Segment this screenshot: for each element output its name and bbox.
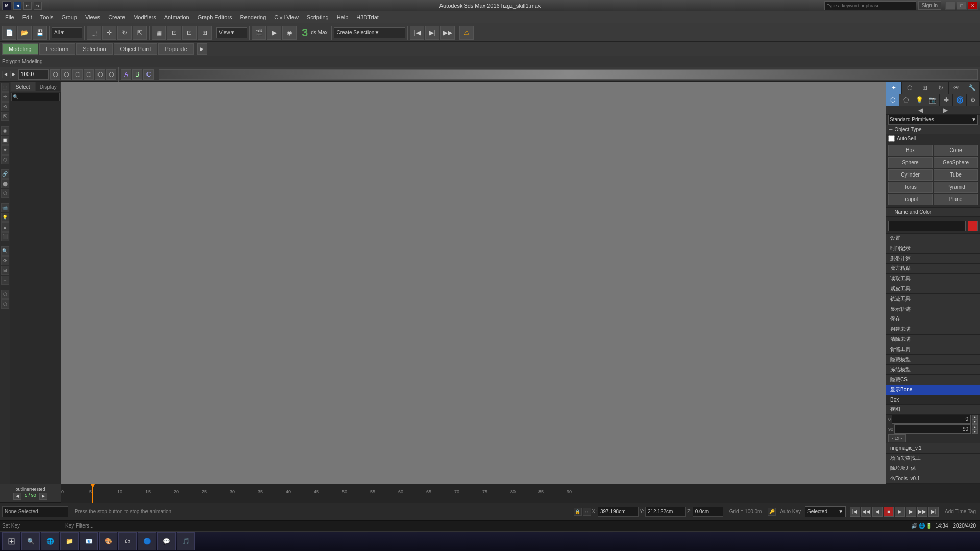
menu-file[interactable]: File xyxy=(1,13,18,21)
tool-item-hide-cs[interactable]: 隐藏CS xyxy=(886,375,980,385)
quick-access-btn[interactable]: ◀ xyxy=(13,2,21,10)
paint-btn1[interactable]: ⬡ xyxy=(50,69,60,80)
rp-icon-shapes[interactable]: ⬠ xyxy=(899,94,913,106)
taskbar-app2[interactable]: 🎵 xyxy=(177,532,195,550)
tb-view[interactable]: View ▼ xyxy=(216,27,247,38)
menu-views[interactable]: Views xyxy=(81,13,104,21)
tool-item-settings[interactable]: 设置 xyxy=(886,234,980,244)
add-time-tag[interactable]: Add Time Tag xyxy=(943,509,978,514)
ot-btn-geosphere[interactable]: GeoSphere xyxy=(934,157,978,168)
tool-item-show-track[interactable]: 显示轨迹 xyxy=(886,304,980,314)
nc-color-swatch[interactable] xyxy=(968,221,978,231)
paint-btn2[interactable]: ⬡ xyxy=(61,69,71,80)
tool-item-track[interactable]: 轨迹工具 xyxy=(886,294,980,304)
rp-icon-display[interactable]: 👁 xyxy=(949,82,965,94)
menu-edit[interactable]: Edit xyxy=(18,13,36,21)
tb-save[interactable]: 💾 xyxy=(33,26,47,40)
tool-item-create-unfill[interactable]: 创建未满 xyxy=(886,324,980,335)
redo-btn[interactable]: ↪ xyxy=(34,2,42,10)
rp-icon-hierarchy[interactable]: ⊞ xyxy=(917,82,933,94)
pb-next-frame[interactable]: ▶ xyxy=(906,507,916,517)
num-spin-down-2[interactable]: ▼ xyxy=(972,429,978,434)
scene-search[interactable]: 🔍 xyxy=(11,93,60,101)
lt-tool19[interactable]: ↔ xyxy=(1,276,9,285)
tb-rotate[interactable]: ↻ xyxy=(117,26,132,40)
menu-tools[interactable]: Tools xyxy=(36,13,58,21)
tb-filter[interactable]: All ▼ xyxy=(52,27,82,38)
lt-tool20[interactable]: ⬡ xyxy=(1,290,9,299)
lt-tool10[interactable]: ⬤ xyxy=(1,179,9,188)
lt-tool15[interactable]: ⬛ xyxy=(1,232,9,241)
taskbar-chrome[interactable]: 🔵 xyxy=(138,532,156,550)
minimize-btn[interactable]: ─ xyxy=(945,2,955,10)
lt-tool8[interactable]: ⬡ xyxy=(1,155,9,164)
menu-help[interactable]: Help xyxy=(333,13,353,21)
pb-play[interactable]: ▶ xyxy=(895,507,905,517)
coord-lock-btn[interactable]: 🔒 xyxy=(574,508,582,516)
key-filters-btn[interactable]: Key Filters... xyxy=(65,523,94,529)
num-input-2[interactable] xyxy=(894,424,971,434)
tb-render2[interactable]: ▶ xyxy=(267,26,281,40)
pb-prev[interactable]: ◀◀ xyxy=(861,507,871,517)
num-spin-up-2[interactable]: ▲ xyxy=(972,424,978,429)
tl-next-btn[interactable]: ▶ xyxy=(39,493,47,500)
ot-btn-pyramid[interactable]: Pyramid xyxy=(934,182,978,193)
lt-tool13[interactable]: 💡 xyxy=(1,213,9,222)
tool-item-freeze-model[interactable]: 冻结模型 xyxy=(886,365,980,375)
tab-selection[interactable]: Selection xyxy=(76,43,112,55)
rp-icon-create[interactable]: ✦ xyxy=(886,82,902,94)
rp-primitives-dropdown[interactable]: Standard Primitives ▼ xyxy=(888,115,978,125)
paint-arrow-left[interactable]: ◀ xyxy=(2,71,9,78)
tb-select[interactable]: ⬚ xyxy=(87,26,101,40)
paint-btn-c[interactable]: C xyxy=(143,69,154,80)
tool-item-bone[interactable]: 骨骼工具 xyxy=(886,344,980,355)
lt-tool2[interactable]: ✛ xyxy=(1,92,9,102)
taskbar-3dsmax[interactable]: 🎨 xyxy=(99,532,117,550)
tb-anim2[interactable]: ▶| xyxy=(425,26,439,40)
ot-btn-plane[interactable]: Plane xyxy=(934,194,978,205)
pb-end[interactable]: ▶| xyxy=(928,507,939,517)
lt-tool3[interactable]: ⟲ xyxy=(1,102,9,111)
tool-item-time[interactable]: 时间记录 xyxy=(886,243,980,254)
tb-new[interactable]: 📄 xyxy=(2,26,16,40)
rp-nav-prev[interactable]: ◀ xyxy=(918,107,923,114)
menu-graph-editors[interactable]: Graph Editors xyxy=(193,13,236,21)
taskbar-start[interactable]: ⊞ xyxy=(2,532,20,550)
lt-tool4[interactable]: ⇱ xyxy=(1,112,9,121)
tb-snap2[interactable]: ⊡ xyxy=(182,26,197,40)
paint-btn6[interactable]: ⬡ xyxy=(106,69,116,80)
rp-icon-cameras[interactable]: 📷 xyxy=(926,94,940,106)
rp-icon-geometry[interactable]: ⬡ xyxy=(886,94,899,106)
rp-icon-utilities[interactable]: 🔧 xyxy=(964,82,980,94)
ot-btn-teapot[interactable]: Teapot xyxy=(888,194,933,205)
rp-nav-next[interactable]: ▶ xyxy=(943,107,948,114)
lt-tool6[interactable]: 🔲 xyxy=(1,136,9,145)
rp-icon-systems[interactable]: ⚙ xyxy=(967,94,980,106)
extra-btn[interactable]: - 1x - xyxy=(888,434,906,442)
tool-ringmagic[interactable]: ringmagic_v.1 xyxy=(886,443,980,454)
paint-btn4[interactable]: ⬡ xyxy=(84,69,94,80)
lt-tool11[interactable]: ⬡ xyxy=(1,189,9,198)
tool-item-save[interactable]: 保存 xyxy=(886,314,980,324)
tb-snap[interactable]: ⊡ xyxy=(167,26,181,40)
lt-select[interactable]: ⬚ xyxy=(1,83,9,92)
tool-4ytools[interactable]: 4yTools_v0.1 xyxy=(886,473,980,484)
tool-item-read[interactable]: 读取工具 xyxy=(886,274,980,284)
tb-create-selection[interactable]: Create Selection ▼ xyxy=(334,27,405,38)
taskbar-mail[interactable]: 📧 xyxy=(80,532,98,550)
menu-modifiers[interactable]: Modifiers xyxy=(129,13,160,21)
pb-next[interactable]: ▶▶ xyxy=(917,507,927,517)
menu-rendering[interactable]: Rendering xyxy=(236,13,271,21)
pb-stop[interactable]: ■ xyxy=(884,507,894,517)
menu-group[interactable]: Group xyxy=(57,13,81,21)
tool-item-delete-calc[interactable]: 删带计算 xyxy=(886,254,980,264)
paint-btn-b[interactable]: B xyxy=(132,69,142,80)
lt-tool5[interactable]: ◉ xyxy=(1,126,9,135)
tool-item-hide-model[interactable]: 隐藏模型 xyxy=(886,355,980,365)
taskbar-app1[interactable]: 💬 xyxy=(157,532,176,550)
tab-object-paint[interactable]: Object Paint xyxy=(114,43,158,55)
menu-h3dtrial[interactable]: H3DTriat xyxy=(352,13,383,21)
taskbar-folder[interactable]: 📁 xyxy=(60,532,79,550)
lt-tool9[interactable]: 🔗 xyxy=(1,169,9,179)
ot-btn-cone[interactable]: Cone xyxy=(934,145,978,156)
